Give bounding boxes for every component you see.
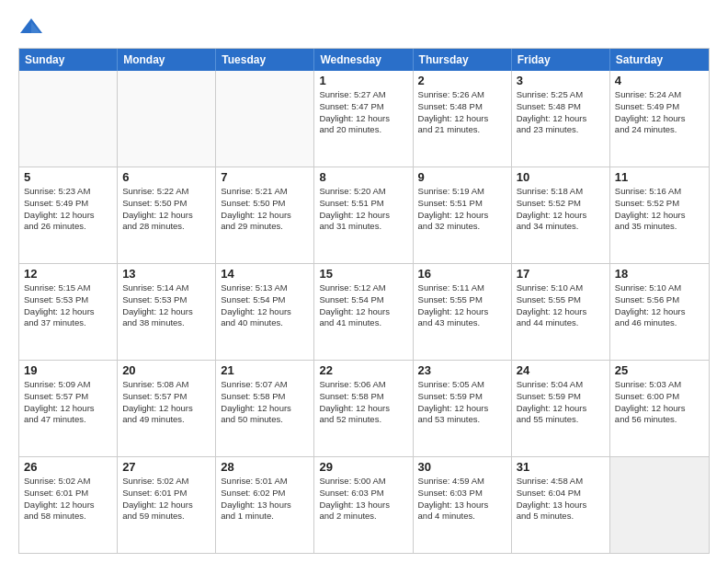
calendar-cell-31: 31Sunrise: 4:58 AM Sunset: 6:04 PM Dayli… — [512, 457, 610, 553]
header-day-wednesday: Wednesday — [314, 49, 413, 71]
cell-info: Sunrise: 5:09 AM Sunset: 5:57 PM Dayligh… — [24, 379, 112, 426]
cell-info: Sunrise: 5:21 AM Sunset: 5:50 PM Dayligh… — [221, 186, 309, 233]
day-number: 16 — [418, 267, 506, 281]
day-number: 10 — [517, 170, 605, 184]
cell-info: Sunrise: 5:14 AM Sunset: 5:53 PM Dayligh… — [122, 282, 210, 329]
calendar-cell-21: 21Sunrise: 5:07 AM Sunset: 5:58 PM Dayli… — [216, 361, 314, 456]
calendar-cell-1: 1Sunrise: 5:27 AM Sunset: 5:47 PM Daylig… — [314, 71, 413, 167]
calendar-cell-26: 26Sunrise: 5:02 AM Sunset: 6:01 PM Dayli… — [19, 457, 118, 553]
calendar-cell-30: 30Sunrise: 4:59 AM Sunset: 6:03 PM Dayli… — [414, 457, 512, 553]
calendar-cell-7: 7Sunrise: 5:21 AM Sunset: 5:50 PM Daylig… — [216, 167, 314, 263]
calendar: SundayMondayTuesdayWednesdayThursdayFrid… — [18, 48, 710, 554]
calendar-cell-15: 15Sunrise: 5:12 AM Sunset: 5:54 PM Dayli… — [314, 264, 413, 360]
day-number: 26 — [24, 460, 112, 474]
calendar-cell-empty-2 — [216, 71, 314, 167]
day-number: 8 — [319, 170, 407, 184]
header-day-tuesday: Tuesday — [216, 49, 314, 71]
calendar-cell-empty-6 — [610, 457, 709, 553]
calendar-cell-2: 2Sunrise: 5:26 AM Sunset: 5:48 PM Daylig… — [414, 71, 512, 167]
calendar-cell-4: 4Sunrise: 5:24 AM Sunset: 5:49 PM Daylig… — [610, 71, 709, 167]
calendar-cell-14: 14Sunrise: 5:13 AM Sunset: 5:54 PM Dayli… — [216, 264, 314, 360]
day-number: 28 — [221, 460, 309, 474]
cell-info: Sunrise: 5:07 AM Sunset: 5:58 PM Dayligh… — [221, 379, 309, 426]
calendar-cell-9: 9Sunrise: 5:19 AM Sunset: 5:51 PM Daylig… — [414, 167, 512, 263]
cell-info: Sunrise: 5:10 AM Sunset: 5:56 PM Dayligh… — [615, 282, 704, 329]
day-number: 29 — [319, 460, 407, 474]
day-number: 30 — [418, 460, 506, 474]
cell-info: Sunrise: 5:01 AM Sunset: 6:02 PM Dayligh… — [221, 476, 309, 523]
calendar-cell-3: 3Sunrise: 5:25 AM Sunset: 5:48 PM Daylig… — [512, 71, 610, 167]
header-day-saturday: Saturday — [610, 49, 709, 71]
page-header — [18, 15, 710, 40]
day-number: 31 — [517, 460, 605, 474]
header-day-monday: Monday — [118, 49, 216, 71]
cell-info: Sunrise: 5:24 AM Sunset: 5:49 PM Dayligh… — [615, 89, 704, 136]
cell-info: Sunrise: 5:06 AM Sunset: 5:58 PM Dayligh… — [319, 379, 407, 426]
cell-info: Sunrise: 4:59 AM Sunset: 6:03 PM Dayligh… — [418, 476, 506, 523]
day-number: 24 — [517, 363, 605, 377]
day-number: 14 — [221, 267, 309, 281]
calendar-row-2: 12Sunrise: 5:15 AM Sunset: 5:53 PM Dayli… — [19, 263, 709, 360]
cell-info: Sunrise: 5:08 AM Sunset: 5:57 PM Dayligh… — [122, 379, 210, 426]
cell-info: Sunrise: 5:16 AM Sunset: 5:52 PM Dayligh… — [615, 186, 704, 233]
cell-info: Sunrise: 5:15 AM Sunset: 5:53 PM Dayligh… — [24, 282, 112, 329]
cell-info: Sunrise: 5:04 AM Sunset: 5:59 PM Dayligh… — [517, 379, 605, 426]
calendar-cell-16: 16Sunrise: 5:11 AM Sunset: 5:55 PM Dayli… — [414, 264, 512, 360]
calendar-cell-6: 6Sunrise: 5:22 AM Sunset: 5:50 PM Daylig… — [118, 167, 216, 263]
cell-info: Sunrise: 5:22 AM Sunset: 5:50 PM Dayligh… — [122, 186, 210, 233]
day-number: 17 — [517, 267, 605, 281]
calendar-cell-25: 25Sunrise: 5:03 AM Sunset: 6:00 PM Dayli… — [610, 361, 709, 456]
calendar-cell-19: 19Sunrise: 5:09 AM Sunset: 5:57 PM Dayli… — [19, 361, 118, 456]
calendar-row-4: 26Sunrise: 5:02 AM Sunset: 6:01 PM Dayli… — [19, 456, 709, 553]
calendar-cell-27: 27Sunrise: 5:02 AM Sunset: 6:01 PM Dayli… — [118, 457, 216, 553]
calendar-cell-10: 10Sunrise: 5:18 AM Sunset: 5:52 PM Dayli… — [512, 167, 610, 263]
day-number: 5 — [24, 170, 112, 184]
calendar-cell-5: 5Sunrise: 5:23 AM Sunset: 5:49 PM Daylig… — [19, 167, 118, 263]
cell-info: Sunrise: 5:02 AM Sunset: 6:01 PM Dayligh… — [24, 476, 112, 523]
day-number: 18 — [615, 267, 704, 281]
day-number: 23 — [418, 363, 506, 377]
calendar-cell-20: 20Sunrise: 5:08 AM Sunset: 5:57 PM Dayli… — [118, 361, 216, 456]
cell-info: Sunrise: 5:03 AM Sunset: 6:00 PM Dayligh… — [615, 379, 704, 426]
day-number: 4 — [615, 74, 704, 87]
cell-info: Sunrise: 5:00 AM Sunset: 6:03 PM Dayligh… — [319, 476, 407, 523]
day-number: 15 — [319, 267, 407, 281]
cell-info: Sunrise: 5:13 AM Sunset: 5:54 PM Dayligh… — [221, 282, 309, 329]
day-number: 12 — [24, 267, 112, 281]
calendar-cell-22: 22Sunrise: 5:06 AM Sunset: 5:58 PM Dayli… — [314, 361, 413, 456]
calendar-cell-8: 8Sunrise: 5:20 AM Sunset: 5:51 PM Daylig… — [314, 167, 413, 263]
calendar-header: SundayMondayTuesdayWednesdayThursdayFrid… — [19, 49, 709, 71]
header-day-thursday: Thursday — [414, 49, 512, 71]
cell-info: Sunrise: 5:23 AM Sunset: 5:49 PM Dayligh… — [24, 186, 112, 233]
calendar-row-1: 5Sunrise: 5:23 AM Sunset: 5:49 PM Daylig… — [19, 167, 709, 263]
logo-area — [18, 15, 48, 40]
cell-info: Sunrise: 5:20 AM Sunset: 5:51 PM Dayligh… — [319, 186, 407, 233]
day-number: 3 — [517, 74, 605, 87]
calendar-cell-12: 12Sunrise: 5:15 AM Sunset: 5:53 PM Dayli… — [19, 264, 118, 360]
day-number: 27 — [122, 460, 210, 474]
day-number: 7 — [221, 170, 309, 184]
cell-info: Sunrise: 5:25 AM Sunset: 5:48 PM Dayligh… — [517, 89, 605, 136]
cell-info: Sunrise: 5:18 AM Sunset: 5:52 PM Dayligh… — [517, 186, 605, 233]
day-number: 1 — [319, 74, 407, 87]
calendar-cell-29: 29Sunrise: 5:00 AM Sunset: 6:03 PM Dayli… — [314, 457, 413, 553]
calendar-cell-28: 28Sunrise: 5:01 AM Sunset: 6:02 PM Dayli… — [216, 457, 314, 553]
calendar-row-3: 19Sunrise: 5:09 AM Sunset: 5:57 PM Dayli… — [19, 360, 709, 456]
day-number: 11 — [615, 170, 704, 184]
logo-icon — [18, 15, 44, 40]
cell-info: Sunrise: 5:10 AM Sunset: 5:55 PM Dayligh… — [517, 282, 605, 329]
header-day-sunday: Sunday — [19, 49, 118, 71]
day-number: 19 — [24, 363, 112, 377]
day-number: 13 — [122, 267, 210, 281]
calendar-cell-empty-1 — [118, 71, 216, 167]
day-number: 2 — [418, 74, 506, 87]
day-number: 25 — [615, 363, 704, 377]
calendar-row-0: 1Sunrise: 5:27 AM Sunset: 5:47 PM Daylig… — [19, 71, 709, 167]
calendar-cell-11: 11Sunrise: 5:16 AM Sunset: 5:52 PM Dayli… — [610, 167, 709, 263]
cell-info: Sunrise: 5:05 AM Sunset: 5:59 PM Dayligh… — [418, 379, 506, 426]
cell-info: Sunrise: 5:27 AM Sunset: 5:47 PM Dayligh… — [319, 89, 407, 136]
calendar-cell-18: 18Sunrise: 5:10 AM Sunset: 5:56 PM Dayli… — [610, 264, 709, 360]
day-number: 9 — [418, 170, 506, 184]
calendar-cell-23: 23Sunrise: 5:05 AM Sunset: 5:59 PM Dayli… — [414, 361, 512, 456]
day-number: 6 — [122, 170, 210, 184]
